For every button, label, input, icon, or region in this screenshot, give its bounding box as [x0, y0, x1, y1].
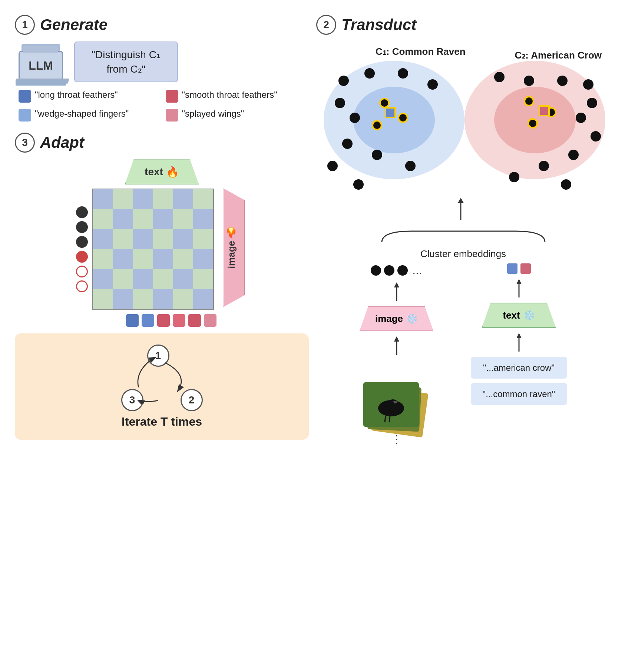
prompt-box: "Distinguish C₁ from C₂"	[74, 41, 178, 82]
red-dot-9	[539, 161, 549, 171]
blue-center-square	[385, 107, 396, 118]
red-dot-2	[524, 76, 534, 86]
red-center-square	[539, 105, 550, 116]
emb-sq-blue	[507, 263, 517, 274]
bot-sq-2	[142, 314, 154, 327]
section-transduct: 2 Transduct C₁: Common Raven C₂: America…	[316, 15, 610, 434]
adapt-header: 3 Adapt	[15, 133, 309, 153]
adapt-diagram: text 🔥	[15, 159, 309, 327]
c2-label: C₂: American Crow	[515, 50, 602, 61]
blue-dot-5	[335, 98, 345, 108]
dot-1	[76, 206, 88, 218]
transduct-header: 2 Transduct	[316, 15, 610, 35]
llm-box: LLM	[19, 51, 63, 80]
svg-point-8	[388, 399, 398, 408]
text-enc-label: text	[503, 310, 520, 321]
bot-sq-6	[204, 314, 216, 327]
dot-3	[76, 236, 88, 248]
text-input-2: "...common raven"	[471, 383, 567, 405]
up-arrow-cluster	[453, 198, 468, 220]
blue-dot-2	[364, 68, 375, 79]
svg-line-10	[385, 416, 386, 422]
text-encoder-top-label: text	[145, 166, 163, 178]
bottom-squares-row	[126, 314, 216, 327]
blue-dot-4	[427, 79, 438, 90]
main-container: 1 Generate LLM "Distinguish C₁ from C₂"	[0, 0, 625, 672]
svg-marker-1	[458, 198, 464, 203]
feature-text-2: "smooth throat feathers"	[182, 89, 277, 100]
text-encoder-top: text 🔥	[125, 159, 199, 184]
snowflake-icon-image: ❄️	[406, 313, 418, 325]
left-panel: 1 Generate LLM "Distinguish C₁ from C₂"	[15, 15, 309, 657]
blue-dot-sel-1	[379, 98, 390, 108]
img-front	[363, 382, 419, 427]
image-encoder-box: image 🔥	[218, 188, 245, 307]
blue-dot-sel-3	[372, 120, 382, 130]
arrow-up-image-2	[391, 336, 402, 355]
step2-circle: 2	[316, 15, 336, 35]
image-col: ... image ❄️	[360, 263, 434, 434]
step1-circle: 1	[15, 15, 35, 35]
feature-item-3: "wedge-shaped fingers"	[19, 108, 162, 122]
dot-6	[76, 280, 88, 292]
dot-2	[76, 221, 88, 233]
svg-marker-5	[394, 336, 399, 342]
checkerboard-matrix	[92, 189, 214, 310]
fire-icon-image: 🔥	[226, 227, 237, 239]
blue-dot-6	[350, 113, 360, 123]
blue-dot-7	[342, 139, 353, 149]
generate-header: 1 Generate	[15, 15, 309, 35]
dots-column	[76, 206, 88, 292]
image-encoder-label: image 🔥	[226, 227, 237, 269]
feature-text-3: "wedge-shaped fingers"	[35, 108, 129, 119]
blue-dot-8	[372, 150, 382, 160]
brace-row	[352, 227, 575, 246]
svg-marker-15	[516, 333, 522, 338]
emb-sq-red	[520, 263, 531, 274]
c1-label: C₁: Common Raven	[376, 46, 466, 57]
generate-row: LLM "Distinguish C₁ from C₂"	[19, 41, 309, 82]
feature-square-blue-dark	[19, 90, 31, 103]
bot-sq-5	[188, 314, 201, 327]
blue-dot-9	[405, 161, 416, 171]
more-images-dots: ⋮	[391, 433, 402, 445]
red-dot-4	[583, 79, 593, 90]
red-dot-7	[591, 131, 601, 142]
feature-text-1: "long throat feathers"	[35, 89, 118, 100]
curly-brace-svg	[352, 227, 575, 246]
arrow-up-text	[513, 279, 525, 297]
section-adapt: 3 Adapt text 🔥	[15, 133, 309, 440]
text-inputs: "...american crow" "...common raven"	[471, 357, 567, 405]
red-dot-11	[561, 179, 571, 190]
section-generate: 1 Generate LLM "Distinguish C₁ from C₂"	[15, 15, 309, 122]
arrow-up-text-2	[513, 333, 525, 352]
adapt-title: Adapt	[40, 134, 84, 152]
bot-sq-4	[173, 314, 185, 327]
red-dot-3	[557, 76, 568, 86]
ellipse-blue-inner	[353, 87, 435, 153]
cycle-diagram: 1 2 3	[121, 345, 203, 411]
text-encoder-bottom: text ❄️	[482, 303, 556, 328]
feature-square-red-dark	[166, 90, 178, 103]
red-dot-5	[587, 98, 597, 108]
generate-title: Generate	[40, 16, 108, 34]
dot-4	[76, 251, 88, 263]
svg-marker-3	[394, 282, 399, 287]
text-input-1: "...american crow"	[471, 357, 567, 379]
red-dot-sel-1	[524, 96, 534, 106]
matrix-area: image 🔥	[76, 188, 248, 310]
red-dot-1	[494, 72, 505, 82]
fire-icon-text: 🔥	[166, 166, 179, 178]
bot-sq-1	[126, 314, 139, 327]
image-encoder-side: image 🔥	[218, 188, 248, 310]
text-emb-squares	[507, 263, 531, 274]
feature-square-blue-light	[19, 109, 31, 122]
svg-marker-13	[516, 279, 522, 284]
image-emb-dots: ...	[371, 263, 422, 277]
emb-dot-3	[397, 265, 408, 276]
bird-image	[363, 382, 419, 427]
blue-dot-10	[327, 161, 338, 171]
svg-line-11	[389, 416, 390, 422]
transduct-title: Transduct	[341, 16, 416, 34]
prompt-text: "Distinguish C₁ from C₂"	[92, 49, 161, 75]
